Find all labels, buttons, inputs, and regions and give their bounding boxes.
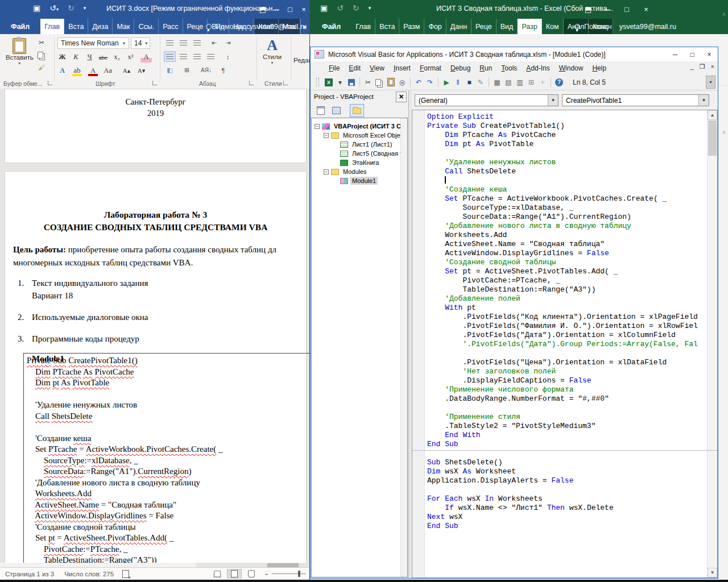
toolbox-icon[interactable]: ⊞ — [526, 77, 537, 88]
shrink-font-icon[interactable]: А▾ — [136, 65, 146, 76]
font-name-combo[interactable]: Times New Roman ▼ — [57, 38, 129, 49]
vba-menu-view[interactable]: View — [365, 63, 389, 74]
text-effects-icon[interactable]: А — [57, 65, 67, 76]
break-icon[interactable]: ‖ — [452, 77, 464, 88]
vba-menu-file[interactable]: File — [324, 63, 344, 74]
undo-icon[interactable]: ↺ — [337, 3, 344, 13]
vba-menu-edit[interactable]: Edit — [344, 63, 365, 74]
web-layout-icon[interactable] — [244, 569, 259, 579]
ribbon-display-icon[interactable]: ⬒ — [578, 5, 598, 14]
close-icon[interactable]: × — [636, 5, 656, 14]
mdi-close-icon[interactable]: × — [711, 63, 714, 70]
subscript-icon[interactable]: x₂ — [112, 52, 122, 63]
mdi-minimize-icon[interactable]: _ — [690, 63, 694, 70]
undo-icon[interactable]: ↶ — [413, 77, 424, 88]
code-editor[interactable]: Option ExplicitPrivate Sub CreatePivotTa… — [412, 110, 718, 578]
save-icon[interactable]: ▣ — [33, 3, 40, 13]
vba-menu-insert[interactable]: Insert — [389, 63, 415, 74]
word-tellme[interactable]: Помощн — [216, 23, 243, 31]
customize-quick-access-icon[interactable]: ▾ — [369, 5, 371, 11]
scroll-down-icon[interactable]: ▼ — [708, 568, 717, 577]
view-object-icon[interactable] — [329, 104, 344, 117]
paste-button[interactable]: Вставить ▾ — [6, 38, 34, 66]
save-icon[interactable] — [346, 77, 357, 88]
tree-item-4[interactable]: ЭтаКнига — [312, 158, 407, 167]
copy-icon[interactable] — [374, 77, 385, 88]
project-explorer-icon[interactable]: ▦ — [491, 77, 503, 88]
excel-tab-9[interactable]: Ком — [542, 19, 564, 34]
document-page-2[interactable]: Лабораторная работа № 3 СОЗДАНИЕ СВОДНЫХ… — [5, 171, 307, 563]
help-icon[interactable]: ? — [555, 78, 563, 86]
grow-font-icon[interactable]: А▴ — [122, 65, 131, 76]
excel-tab-1[interactable]: Глав — [351, 19, 375, 34]
maximize-icon[interactable]: □ — [617, 5, 636, 14]
code-text[interactable]: Option ExplicitPrivate Sub CreatePivotTa… — [427, 113, 707, 577]
cut-icon[interactable]: ✂ — [36, 38, 47, 48]
vba-menu-window[interactable]: Window — [555, 63, 588, 74]
customize-quick-access-icon[interactable]: ▾ — [84, 5, 86, 11]
excel-account[interactable]: ysveta99@mail.ru — [619, 23, 676, 31]
superscript-icon[interactable]: x² — [126, 52, 135, 63]
chevron-right-icon[interactable]: ▸ — [300, 19, 309, 34]
tree-item-5[interactable]: −Modules — [312, 167, 407, 176]
word-tab-2[interactable]: Вста — [64, 19, 88, 34]
minimize-icon[interactable]: ─ — [667, 51, 684, 59]
paste-icon[interactable] — [385, 77, 396, 88]
excel-tab-5[interactable]: Данн — [446, 19, 471, 34]
line-spacing-icon[interactable]: ↕ — [222, 51, 234, 62]
zoom-slider[interactable] — [272, 573, 306, 574]
toolbar-overflow-icon[interactable]: ▾ — [706, 76, 715, 89]
procedure-dropdown[interactable]: CreatePivotTable1 ▼ — [562, 94, 709, 106]
tree-item-0[interactable]: −VBAProject (ИСИТ 3 Св — [312, 122, 407, 131]
word-tab-3[interactable]: Диза — [88, 19, 113, 34]
maximize-icon[interactable]: □ — [684, 51, 701, 59]
toggle-folders-icon[interactable] — [350, 104, 364, 117]
styles-button[interactable]: А Стили ▾ — [263, 39, 282, 65]
excel-tab-7[interactable]: Вид — [497, 19, 518, 34]
cut-icon[interactable]: ✂ — [362, 77, 374, 88]
read-mode-icon[interactable] — [210, 569, 225, 579]
document-page-1[interactable]: Санкт-Петербург 2019 — [5, 89, 307, 163]
excel-tab-0[interactable]: Файл — [315, 19, 348, 34]
minimize-icon[interactable]: ─ — [270, 5, 283, 14]
strikethrough-icon[interactable]: abc — [98, 52, 108, 63]
increase-indent-icon[interactable]: ⇥ — [222, 38, 234, 48]
scroll-up-icon[interactable]: ▲ — [708, 110, 717, 120]
page-indicator[interactable]: Страница 1 из 3 — [0, 571, 59, 577]
proofing-errors-icon[interactable] — [122, 570, 129, 578]
close-icon[interactable]: × — [297, 5, 311, 14]
excel-tab-8[interactable]: Разр — [518, 19, 541, 34]
clipboard-dialog-launcher-icon[interactable] — [48, 81, 52, 85]
format-painter-icon[interactable]: 🖌 — [36, 63, 47, 73]
msforms-icon[interactable]: + — [537, 77, 548, 88]
redo-icon[interactable]: ↻ — [68, 3, 75, 13]
mdi-restore-icon[interactable]: ❐ — [700, 63, 705, 70]
tree-item-3[interactable]: Лист5 (Сводная т — [312, 149, 407, 158]
sort-icon[interactable]: АЯ↓ — [200, 65, 212, 76]
align-right-icon[interactable] — [191, 51, 203, 62]
excel-tab-2[interactable]: Вста — [375, 19, 399, 34]
multilevel-list-icon[interactable] — [191, 38, 203, 48]
excel-tellme[interactable]: Помощн — [584, 23, 612, 31]
view-host-dropdown-icon[interactable]: ▾ — [334, 77, 346, 88]
design-mode-icon[interactable]: ✎ — [475, 77, 486, 88]
doc-code-box[interactable]: Private Sub CreatePivotTable1() Dim PTca… — [23, 353, 309, 563]
print-layout-icon[interactable] — [227, 569, 242, 579]
tree-item-1[interactable]: −Microsoft Excel Object — [312, 131, 407, 140]
vba-menu-help[interactable]: Help — [588, 63, 611, 74]
tree-expander-icon[interactable]: − — [324, 133, 329, 138]
word-tab-1[interactable]: Глав — [40, 19, 64, 34]
minimize-icon[interactable]: ─ — [598, 5, 617, 14]
close-icon[interactable]: ✕ — [396, 92, 407, 102]
zoom-out-icon[interactable]: − — [264, 571, 268, 577]
font-color-icon[interactable]: А — [88, 65, 98, 76]
excel-tab-6[interactable]: Реце — [471, 19, 497, 34]
bullets-icon[interactable] — [164, 38, 176, 48]
redo-icon[interactable]: ↷ — [424, 77, 436, 88]
close-icon[interactable]: × — [701, 51, 718, 59]
word-account[interactable]: ysveta99@mail.ru — [250, 23, 307, 31]
font-dialog-launcher-icon[interactable] — [152, 81, 157, 85]
word-count[interactable]: Число слов: 275 — [59, 571, 119, 577]
toolbar-grip[interactable] — [316, 78, 319, 87]
decrease-indent-icon[interactable]: ⇤ — [208, 38, 220, 48]
